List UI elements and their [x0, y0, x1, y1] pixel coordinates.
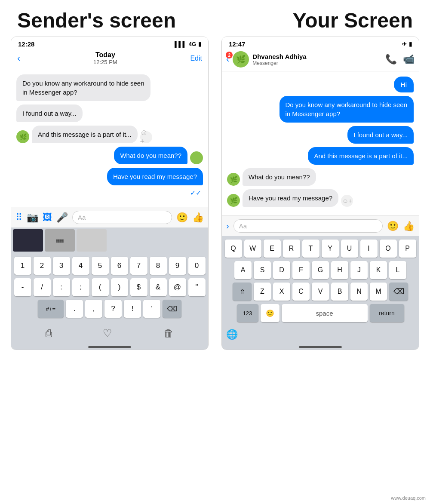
key-Q[interactable]: Q — [225, 240, 242, 258]
key-emoji-picker[interactable]: 🙂 — [261, 304, 280, 322]
key-P[interactable]: P — [399, 240, 416, 258]
key-W[interactable]: W — [244, 240, 261, 258]
received-bubble-1: Do you know any workaround to hide seen … — [16, 74, 150, 101]
key-9[interactable]: 9 — [169, 257, 186, 275]
thumbsup-icon[interactable]: 👍 — [192, 212, 204, 223]
key-J[interactable]: J — [350, 261, 368, 279]
sender-nav-subtitle: 12:25 PM — [93, 59, 117, 65]
key-V[interactable]: V — [312, 283, 329, 301]
expand-icon[interactable]: › — [226, 221, 229, 231]
receiver-avatar-2: 🌿 — [227, 194, 240, 207]
key-minus[interactable]: - — [14, 278, 31, 296]
key-N[interactable]: N — [350, 283, 368, 301]
emoji-icon[interactable]: 🙂 — [176, 212, 188, 223]
receiver-input-box[interactable]: Aa — [233, 219, 383, 233]
receiver-back-button[interactable]: ‹ 2 — [226, 54, 229, 65]
photo-icon[interactable]: 🖼 — [43, 212, 52, 223]
key-7[interactable]: 7 — [130, 257, 147, 275]
apps-icon[interactable]: ⠿ — [15, 212, 22, 223]
receiver-thumbsup-icon[interactable]: 👍 — [403, 221, 415, 232]
key-L[interactable]: L — [389, 261, 406, 279]
sender-status-bar: 12:28 ▌▌▌ 4G ▮ — [11, 37, 208, 49]
key-C[interactable]: C — [292, 283, 310, 301]
key-1[interactable]: 1 — [14, 257, 31, 275]
reaction-button[interactable]: ☺+ — [140, 131, 152, 143]
return-key[interactable]: return — [370, 304, 404, 322]
photo-thumb-1[interactable] — [13, 229, 43, 252]
receiver-keyboard: Q W E R T Y U I O P A S D F G H J K L — [222, 236, 419, 327]
key-4[interactable]: 4 — [72, 257, 89, 275]
key-symbols[interactable]: #+= — [38, 300, 64, 318]
key-5[interactable]: 5 — [92, 257, 109, 275]
photo-thumb-2[interactable]: ▦▦ — [45, 229, 75, 252]
key-apostrophe[interactable]: ' — [143, 300, 160, 318]
key-rparen[interactable]: ) — [111, 278, 128, 296]
key-amp[interactable]: & — [150, 278, 167, 296]
key-B[interactable]: B — [331, 283, 348, 301]
key-U[interactable]: U — [341, 240, 358, 258]
key-period[interactable]: . — [66, 300, 83, 318]
key-O[interactable]: O — [380, 240, 397, 258]
heart-icon[interactable]: ♡ — [103, 327, 112, 339]
delete-key[interactable]: ⌫ — [163, 300, 181, 318]
received-bubble-r4: What do you mean?? — [243, 168, 316, 186]
phone-call-icon[interactable]: 📞 — [385, 54, 397, 65]
key-colon[interactable]: : — [53, 278, 70, 296]
video-call-icon[interactable]: 📹 — [403, 54, 415, 65]
key-exclaim[interactable]: ! — [124, 300, 141, 318]
sender-back-button[interactable]: ‹ — [17, 53, 20, 64]
key-at[interactable]: @ — [169, 278, 186, 296]
photo-thumb-3[interactable] — [77, 229, 107, 252]
notification-badge: 2 — [226, 52, 233, 58]
key-0[interactable]: 0 — [188, 257, 206, 275]
key-123[interactable]: 123 — [237, 304, 258, 322]
key-Y[interactable]: Y — [322, 240, 339, 258]
key-I[interactable]: I — [360, 240, 378, 258]
mic-icon[interactable]: 🎤 — [56, 212, 68, 223]
sender-edit-button[interactable]: Edit — [190, 55, 202, 62]
sender-chat-area: Do you know any workaround to hide seen … — [11, 69, 208, 207]
space-key[interactable]: space — [282, 304, 368, 322]
kb-row-2: - / : ; ( ) $ & @ " — [13, 278, 206, 296]
sender-home-bar — [88, 346, 131, 348]
key-comma[interactable]: , — [85, 300, 102, 318]
key-slash[interactable]: / — [34, 278, 51, 296]
delete-key-r[interactable]: ⌫ — [389, 283, 408, 301]
key-quote[interactable]: " — [188, 278, 206, 296]
key-T[interactable]: T — [302, 240, 319, 258]
key-D[interactable]: D — [273, 261, 290, 279]
sender-input-box[interactable]: Aa — [72, 211, 172, 224]
key-S[interactable]: S — [254, 261, 271, 279]
receiver-phone: 12:47 ✈ ▮ ‹ 2 🌿 Dhvanesh Adhiya Messenge… — [221, 37, 419, 350]
key-question[interactable]: ? — [104, 300, 122, 318]
key-8[interactable]: 8 — [150, 257, 167, 275]
key-R[interactable]: R — [283, 240, 300, 258]
share-icon[interactable]: ⎙ — [46, 327, 52, 339]
key-K[interactable]: K — [370, 261, 387, 279]
trash-icon[interactable]: 🗑 — [163, 327, 174, 339]
key-6[interactable]: 6 — [111, 257, 128, 275]
sent-bubble-r1: Do you know any workaround to hide seen … — [280, 96, 414, 123]
key-H[interactable]: H — [331, 261, 348, 279]
globe-icon[interactable]: 🌐 — [226, 329, 238, 340]
key-E[interactable]: E — [264, 240, 281, 258]
shift-key[interactable]: ⇧ — [233, 283, 252, 301]
key-A[interactable]: A — [234, 261, 252, 279]
table-row: 🌿 Have you read my message? ☺+ — [227, 189, 414, 207]
key-lparen[interactable]: ( — [92, 278, 109, 296]
key-dollar[interactable]: $ — [130, 278, 147, 296]
key-M[interactable]: M — [370, 283, 387, 301]
key-G[interactable]: G — [312, 261, 329, 279]
key-F[interactable]: F — [292, 261, 310, 279]
sender-input-toolbar: ⠿ 📷 🖼 🎤 Aa 🙂 👍 — [11, 207, 208, 227]
reaction-button-r[interactable]: ☺+ — [341, 195, 353, 207]
sender-battery-icon: ▮ — [198, 41, 201, 47]
key-Z[interactable]: Z — [254, 283, 271, 301]
camera-icon[interactable]: 📷 — [27, 212, 38, 223]
key-2[interactable]: 2 — [34, 257, 51, 275]
key-semicolon[interactable]: ; — [72, 278, 89, 296]
key-X[interactable]: X — [273, 283, 290, 301]
key-3[interactable]: 3 — [53, 257, 70, 275]
receiver-emoji-icon[interactable]: 🙂 — [387, 221, 399, 232]
table-row: What do you mean?? — [16, 147, 203, 164]
